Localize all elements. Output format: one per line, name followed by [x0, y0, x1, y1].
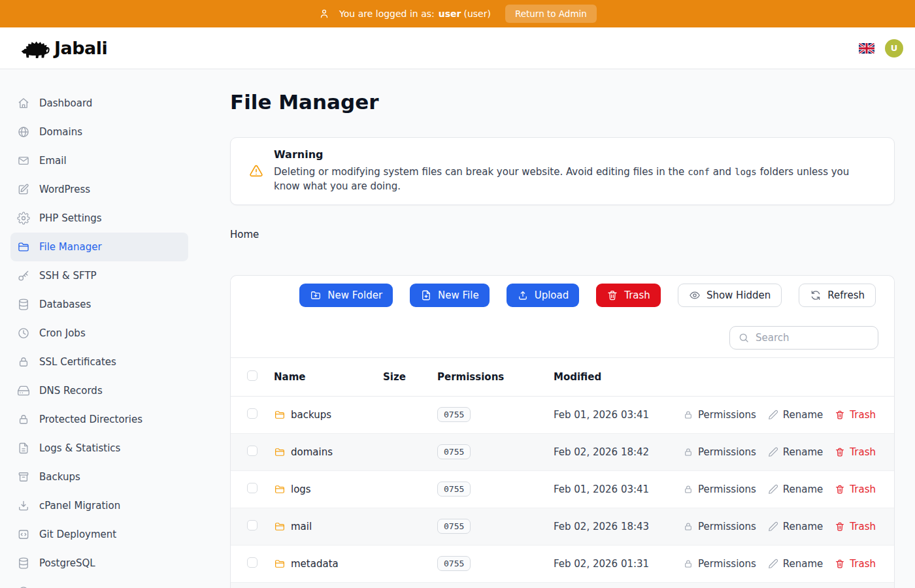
lock-icon [683, 521, 693, 532]
row-actions: Permissions Rename Trash [683, 521, 876, 532]
select-all-checkbox[interactable] [247, 370, 258, 381]
sidebar-item-ssh-sftp[interactable]: SSH & SFTP [10, 261, 188, 290]
upload-button[interactable]: Upload [507, 284, 580, 307]
sidebar-item-postgresql[interactable]: PostgreSQL [10, 549, 188, 578]
column-header-size: Size [383, 371, 437, 383]
folder-link[interactable]: mail [274, 521, 383, 532]
search-row [231, 307, 894, 357]
trash-action[interactable]: Trash [835, 409, 876, 421]
warning-content: Warning Deleting or modifying system fil… [274, 148, 876, 194]
row-checkbox[interactable] [247, 520, 258, 531]
sidebar-item-logs-statistics[interactable]: Logs & Statistics [10, 434, 188, 463]
sidebar-item-backups[interactable]: Backups [10, 463, 188, 491]
column-header-modified: Modified [554, 371, 876, 383]
row-checkbox[interactable] [247, 408, 258, 419]
permissions-action[interactable]: Permissions [683, 558, 756, 570]
folder-link[interactable]: backups [274, 409, 383, 421]
impersonation-banner: You are logged in as:user(user) Return t… [0, 0, 915, 27]
sidebar-item-cron-jobs[interactable]: Cron Jobs [10, 319, 188, 348]
modified-cell: Feb 01, 2026 03:41 [554, 409, 683, 421]
sidebar-item-php-settings[interactable]: PHP Settings [10, 204, 188, 233]
table-row: mail 0755 Feb 02, 2026 18:43 Permissions… [231, 508, 894, 546]
rename-action[interactable]: Rename [768, 521, 824, 532]
folder-link[interactable]: metadata [274, 558, 383, 570]
row-actions: Permissions Rename Trash [683, 558, 876, 570]
folder-link[interactable]: logs [274, 483, 383, 495]
return-to-admin-button[interactable]: Return to Admin [505, 5, 597, 23]
permissions-action[interactable]: Permissions [683, 409, 756, 421]
warning-alert: Warning Deleting or modifying system fil… [230, 137, 895, 205]
new-folder-button[interactable]: New Folder [299, 284, 393, 307]
sidebar-item-git-deployment[interactable]: Git Deployment [10, 520, 188, 549]
rename-action[interactable]: Rename [768, 558, 824, 570]
modified-cell: Feb 01, 2026 03:41 [554, 483, 683, 495]
row-actions: Permissions Rename Trash [683, 483, 876, 495]
folder-plus-icon [310, 289, 322, 301]
permissions-badge: 0755 [437, 444, 471, 459]
folder-link[interactable]: domains [274, 446, 383, 458]
trash-action[interactable]: Trash [835, 446, 876, 458]
trash-button[interactable]: Trash [596, 284, 661, 307]
refresh-icon [810, 289, 822, 301]
pencil-icon [768, 521, 778, 532]
table-row: backups 0755 Feb 01, 2026 03:41 Permissi… [231, 397, 894, 434]
row-actions: Permissions Rename Trash [683, 446, 876, 458]
lock-icon [683, 447, 693, 457]
sidebar-item-file-manager[interactable]: File Manager [10, 233, 188, 261]
toolbar: New Folder New File Upload Trash Show Hi… [231, 284, 894, 307]
server-icon [17, 384, 30, 397]
uk-flag-language-icon[interactable] [859, 43, 874, 54]
lock-icon [17, 355, 30, 368]
database-icon [17, 298, 30, 311]
permissions-action[interactable]: Permissions [683, 446, 756, 458]
refresh-button[interactable]: Refresh [799, 284, 876, 307]
header-actions: U [859, 39, 903, 57]
rename-action[interactable]: Rename [768, 409, 824, 421]
breadcrumb-home[interactable]: Home [230, 229, 259, 240]
rename-action[interactable]: Rename [768, 483, 824, 495]
sidebar-item-domains[interactable]: Domains [10, 118, 188, 146]
sidebar-item-wordpress[interactable]: WordPress [10, 175, 188, 204]
sidebar-item-dns-records[interactable]: DNS Records [10, 376, 188, 405]
permissions-action[interactable]: Permissions [683, 521, 756, 532]
row-checkbox[interactable] [247, 557, 258, 568]
sidebar-item-ssl-certificates[interactable]: SSL Certificates [10, 348, 188, 376]
new-file-button[interactable]: New File [410, 284, 490, 307]
sidebar-item-protected-directories[interactable]: Protected Directories [10, 405, 188, 434]
search-input[interactable] [756, 332, 882, 344]
permissions-badge: 0755 [437, 556, 471, 571]
folder-icon [17, 240, 30, 253]
brand-logo[interactable]: Jabali [20, 37, 107, 60]
code-logs: logs [735, 167, 757, 177]
trash-icon [835, 521, 845, 532]
key-icon [17, 269, 30, 282]
sidebar-item-dashboard[interactable]: Dashboard [10, 89, 188, 118]
permissions-badge: 0755 [437, 482, 471, 497]
modified-cell: Feb 02, 2026 18:42 [554, 446, 683, 458]
trash-action[interactable]: Trash [835, 521, 876, 532]
lock-icon [17, 413, 30, 426]
file-manager-card: New Folder New File Upload Trash Show Hi… [230, 275, 895, 588]
pencil-icon [768, 559, 778, 569]
row-checkbox[interactable] [247, 483, 258, 493]
permissions-action[interactable]: Permissions [683, 483, 756, 495]
table-row: metadata 0755 Feb 02, 2026 01:31 Permiss… [231, 546, 894, 583]
sidebar-item-databases[interactable]: Databases [10, 290, 188, 319]
user-avatar[interactable]: U [885, 39, 903, 57]
boar-logo-icon [20, 37, 50, 60]
sidebar-item-cpanel-migration[interactable]: cPanel Migration [10, 491, 188, 520]
trash-action[interactable]: Trash [835, 558, 876, 570]
sidebar-item-email[interactable]: Email [10, 146, 188, 175]
logged-in-text: You are logged in as:user(user) [339, 8, 491, 19]
folder-icon [274, 483, 286, 495]
show-hidden-button[interactable]: Show Hidden [678, 284, 782, 307]
rename-action[interactable]: Rename [768, 446, 824, 458]
modified-cell: Feb 02, 2026 01:31 [554, 558, 683, 570]
table-row: 0755 Permissions Rename Trash [231, 583, 894, 588]
eye-icon [689, 289, 701, 301]
row-checkbox[interactable] [247, 446, 258, 456]
sidebar-item-partial[interactable] [10, 578, 188, 588]
permissions-badge: 0755 [437, 519, 471, 534]
trash-action[interactable]: Trash [835, 483, 876, 495]
app-header: Jabali U [0, 27, 915, 69]
